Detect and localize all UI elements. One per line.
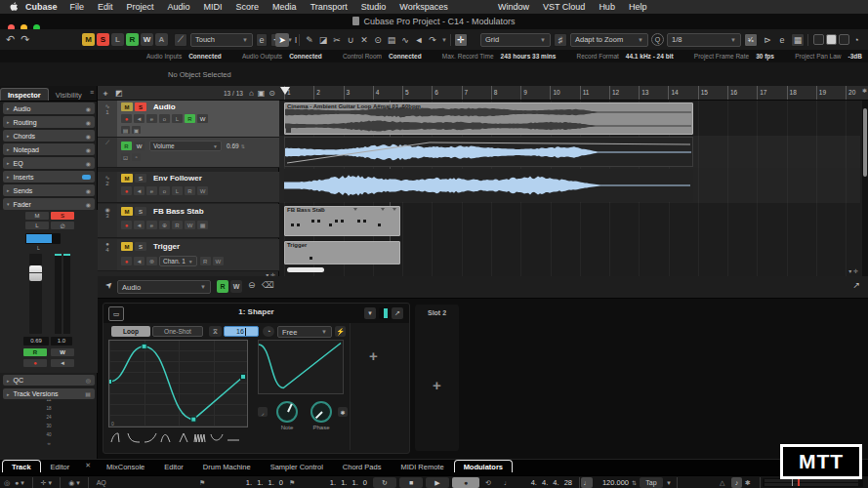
mute-button[interactable]: M bbox=[121, 174, 133, 183]
menu-item[interactable]: Edit bbox=[98, 2, 113, 12]
inspector-menu-icon[interactable]: ≡ bbox=[90, 89, 94, 96]
zoom-tool[interactable]: ⊙ bbox=[371, 33, 385, 47]
setup-toolbar-icon[interactable]: ◔ bbox=[849, 33, 863, 47]
drum-editor-icon[interactable]: ▦ bbox=[197, 221, 208, 229]
menu-item[interactable]: Score bbox=[236, 2, 260, 12]
solo-button[interactable]: S bbox=[135, 242, 146, 251]
monitor-button[interactable]: ◄ bbox=[134, 114, 145, 123]
status-item[interactable]: Audio OutputsConnected bbox=[242, 53, 322, 60]
listen-button[interactable]: L bbox=[172, 114, 183, 123]
ruler-options-icon[interactable]: ✱ bbox=[862, 87, 867, 94]
global-track-state-button[interactable]: L bbox=[111, 33, 124, 46]
env-follower-event[interactable] bbox=[284, 169, 693, 202]
curve-mode-icon[interactable]: ◞ bbox=[258, 407, 268, 417]
punch-icon[interactable]: ✛ ▾ bbox=[41, 479, 52, 487]
midi-event-trigger[interactable]: Trigger bbox=[284, 241, 400, 264]
record-enable-button[interactable]: ● bbox=[23, 359, 47, 367]
click-icon[interactable]: ♪ bbox=[731, 477, 742, 488]
open-in-window-icon[interactable]: ↗ bbox=[852, 280, 860, 290]
menu-item[interactable]: File bbox=[70, 2, 85, 12]
metronome-icon[interactable]: △ bbox=[720, 477, 724, 488]
left-locator-value[interactable]: 1. 1. 1. 0 bbox=[213, 477, 283, 488]
sync-icon[interactable]: ⧖ bbox=[209, 326, 222, 337]
color-tool[interactable]: ↷ bbox=[426, 33, 439, 47]
left-zone-toggle[interactable] bbox=[813, 34, 824, 45]
sync-mode-select[interactable]: Free▼ bbox=[277, 326, 332, 338]
shape-preset-bump-icon[interactable] bbox=[158, 431, 175, 444]
draw-tool[interactable]: ✎ bbox=[303, 33, 316, 47]
menu-item[interactable]: Studio bbox=[361, 2, 387, 12]
loop-mode-button[interactable]: Loop bbox=[111, 326, 150, 337]
output-icon[interactable]: ⊛ bbox=[146, 257, 157, 265]
solo-button[interactable]: S bbox=[135, 207, 146, 216]
monitor-button[interactable]: ◄ bbox=[134, 257, 145, 265]
lower-zone-tab[interactable]: Chord Pads bbox=[333, 460, 392, 472]
solo-button[interactable]: S bbox=[135, 174, 146, 183]
automation-icon[interactable]: ⟋ bbox=[174, 33, 187, 47]
status-item[interactable]: Project Frame Rate30 fps bbox=[694, 53, 774, 60]
automation-param-select[interactable]: Volume▼ bbox=[149, 141, 222, 151]
menu-item[interactable]: Audio bbox=[168, 2, 190, 12]
menu-item[interactable]: Window bbox=[498, 2, 529, 12]
glue-tool[interactable]: ∪ bbox=[344, 33, 357, 47]
modulator-read-button[interactable]: R bbox=[217, 280, 228, 293]
home-icon[interactable]: ⌂ bbox=[249, 89, 254, 98]
edit-channel-button[interactable]: e bbox=[146, 114, 157, 123]
instrument-icon[interactable]: ⊕ bbox=[159, 221, 170, 229]
read-button[interactable]: R bbox=[200, 257, 211, 265]
record-enable-button[interactable]: ● bbox=[121, 257, 132, 265]
clear-modulator-icon[interactable]: ⊖ bbox=[248, 280, 256, 290]
grid-zoom-select[interactable]: Adapt to Zoom▼ bbox=[570, 33, 648, 47]
menu-item[interactable]: Project bbox=[127, 2, 154, 12]
lower-zone-tab[interactable]: MIDI Remote bbox=[391, 460, 453, 472]
inspector-section[interactable]: ▸Notepad◉ bbox=[3, 143, 95, 155]
tempo-stepper[interactable]: ⇅ bbox=[632, 477, 637, 488]
pin-icon[interactable]: ➤ bbox=[103, 279, 115, 291]
automation-mode-select[interactable]: Touch▼ bbox=[190, 33, 253, 47]
solo-button[interactable]: S bbox=[135, 102, 146, 111]
settings-icon[interactable]: ✱ bbox=[338, 407, 348, 417]
menu-item[interactable]: Workspaces bbox=[399, 2, 447, 12]
lower-zone-tab[interactable]: Drum Machine bbox=[193, 460, 261, 472]
click-pattern-icon[interactable]: ◉ ▾ bbox=[68, 479, 80, 487]
lower-zone-tab[interactable]: Modulators bbox=[454, 460, 513, 472]
freeze-button[interactable]: o bbox=[159, 114, 170, 123]
select-tool[interactable]: ➤ bbox=[275, 33, 289, 47]
shape-preset-rise-icon[interactable] bbox=[142, 431, 158, 444]
write-automation-button[interactable]: W bbox=[51, 348, 74, 356]
left-locator-flag[interactable]: ⚑ bbox=[199, 477, 205, 488]
write-button[interactable]: W bbox=[197, 114, 208, 123]
range-tool[interactable]: I bbox=[289, 33, 303, 47]
flag-icon[interactable]: ⊳ bbox=[761, 33, 774, 47]
write-button[interactable]: W bbox=[197, 186, 208, 195]
inspector-section[interactable]: ▸Chords◉ bbox=[3, 130, 95, 142]
horizontal-scrollbar-thumb[interactable] bbox=[287, 267, 324, 272]
right-locator-value[interactable]: 1. 1. 1. 0 bbox=[301, 477, 367, 488]
monitor-button[interactable]: ◄ bbox=[134, 186, 145, 195]
inspector-section[interactable]: ▸EQ◉ bbox=[3, 157, 95, 169]
inspector-mute-button[interactable]: M bbox=[25, 212, 49, 220]
listen-button[interactable]: L bbox=[172, 186, 183, 195]
add-modulator-button[interactable]: + bbox=[415, 377, 459, 393]
global-track-state-button[interactable]: W bbox=[141, 33, 153, 46]
modulator-track-select[interactable]: Audio▼ bbox=[117, 280, 211, 294]
lock-icon[interactable]: ▣ bbox=[132, 126, 141, 134]
tap-tempo-button[interactable]: Tap bbox=[640, 477, 663, 488]
undo-icon[interactable]: ↶ bbox=[6, 33, 15, 46]
edit-channel-button[interactable]: e bbox=[146, 221, 157, 229]
inspector-section[interactable]: ▸Routing◉ bbox=[3, 116, 95, 128]
right-locator-flag[interactable]: ⚑ bbox=[289, 477, 295, 488]
audition-icon[interactable]: ◎ bbox=[4, 479, 10, 487]
read-button[interactable]: R bbox=[172, 221, 183, 229]
stop-button[interactable]: ■ bbox=[399, 477, 423, 488]
edit-channel-button[interactable]: e bbox=[146, 186, 157, 195]
quantize-icon[interactable]: Q bbox=[651, 33, 664, 46]
status-item[interactable]: Project Pan Law-3dB bbox=[795, 53, 862, 60]
return-to-start-icon[interactable]: ⟲ bbox=[485, 477, 491, 488]
lane-read-button[interactable]: R bbox=[121, 142, 132, 150]
inspector-tab[interactable]: Visibility bbox=[49, 89, 89, 101]
add-sub-modulator-button[interactable]: + bbox=[369, 347, 378, 364]
mute-button[interactable]: M bbox=[121, 207, 133, 216]
menu-item[interactable]: MIDI bbox=[204, 2, 223, 12]
snap-type-select[interactable]: Grid▼ bbox=[480, 33, 551, 47]
